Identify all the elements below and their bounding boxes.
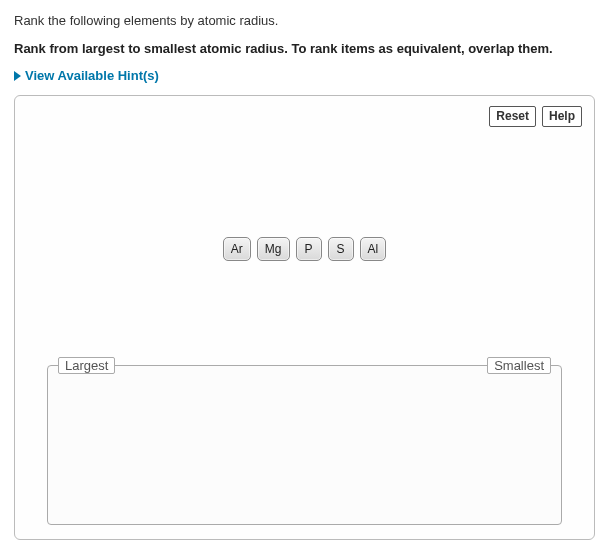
- largest-label: Largest: [58, 357, 115, 374]
- hints-label: View Available Hint(s): [25, 68, 159, 83]
- question-prompt: Rank the following elements by atomic ra…: [14, 12, 595, 30]
- element-tile[interactable]: S: [328, 237, 354, 261]
- element-tile[interactable]: Al: [360, 237, 387, 261]
- element-tile[interactable]: P: [296, 237, 322, 261]
- reset-button[interactable]: Reset: [489, 106, 536, 126]
- help-button[interactable]: Help: [542, 106, 582, 126]
- draggable-tiles-area: Ar Mg P S Al: [27, 237, 582, 261]
- element-tile[interactable]: Mg: [257, 237, 290, 261]
- view-hints-toggle[interactable]: View Available Hint(s): [14, 68, 595, 83]
- smallest-label: Smallest: [487, 357, 551, 374]
- ranking-drop-zone[interactable]: Largest Smallest: [47, 365, 562, 525]
- caret-right-icon: [14, 71, 21, 81]
- element-tile[interactable]: Ar: [223, 237, 251, 261]
- ranking-workspace: Reset Help Ar Mg P S Al Largest Smallest: [14, 95, 595, 540]
- workspace-toolbar: Reset Help: [27, 106, 582, 126]
- ranking-instruction: Rank from largest to smallest atomic rad…: [14, 40, 595, 58]
